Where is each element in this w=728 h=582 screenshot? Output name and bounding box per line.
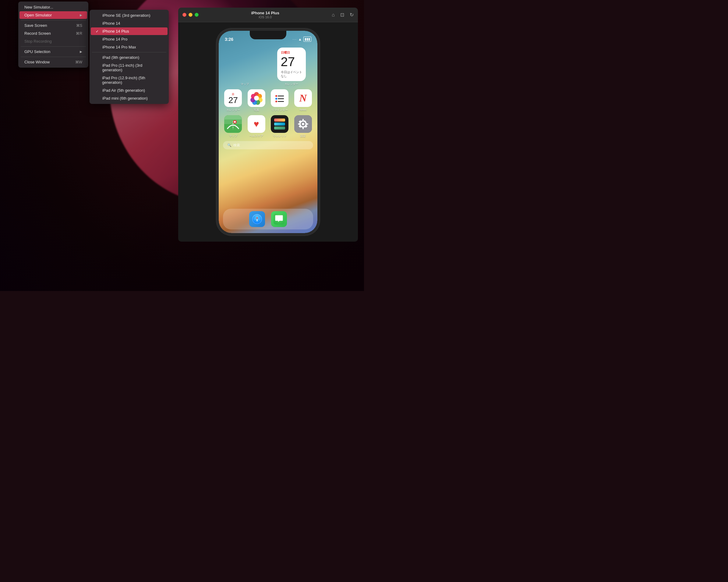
- submenu-arrow-icon: ▶: [80, 14, 82, 17]
- app-health[interactable]: ♥: [248, 115, 265, 133]
- widget-row: マップ 日曜日 27 今日はイベントなし カレンダー: [223, 48, 313, 86]
- app-calendar-label: カレンダー: [226, 108, 240, 112]
- menu-item-close-window[interactable]: Close Window ⌘W: [20, 58, 87, 66]
- app-maps-label: マップ: [229, 134, 237, 138]
- widget-calendar-wrapper: 日曜日 27 今日はイベントなし カレンダー: [269, 48, 313, 86]
- submenu-item-ipad-air[interactable]: iPad Air (5th generation): [91, 86, 167, 94]
- app-wallet[interactable]: [271, 115, 288, 133]
- simulator-actions: ⌂ ⊡ ↻: [332, 12, 354, 18]
- heart-icon: ♥: [254, 119, 259, 129]
- app-maps-wrapper: マップ: [223, 115, 243, 138]
- calendar-date: 27: [281, 55, 302, 68]
- phone-notch: [250, 31, 286, 39]
- safari-icon: [252, 213, 263, 225]
- battery-icon: ▮▮▮: [303, 36, 311, 42]
- submenu-item-iphone-14-pro[interactable]: iPhone 14 Pro: [91, 35, 167, 43]
- app-photos-label: 写真: [254, 108, 259, 112]
- app-news-label: News: [300, 108, 307, 111]
- app-health-wrapper: ♥ ヘルスケア: [246, 115, 267, 138]
- app-news-wrapper: N News: [293, 89, 313, 112]
- messages-icon: [274, 213, 285, 225]
- widget-calendar-label: カレンダー: [285, 82, 298, 86]
- svg-rect-24: [303, 127, 304, 129]
- simulator-title: iPhone 14 Plus iOS 16.0: [202, 11, 328, 19]
- submenu-item-ipad-9[interactable]: iPad (9th generation): [91, 54, 167, 61]
- app-grid-row1: 日 27 カレンダー: [223, 89, 313, 112]
- svg-rect-25: [298, 123, 300, 125]
- signal-dots-icon: ····: [292, 38, 297, 41]
- app-settings-label: 設定: [300, 134, 306, 138]
- dock-messages[interactable]: [271, 211, 287, 227]
- submenu-open-simulator: iPhone SE (3rd generation) iPhone 14 ✓ i…: [89, 10, 169, 104]
- maps-icon: [224, 115, 242, 133]
- app-reminders-wrapper: リマインダー: [269, 89, 290, 112]
- app-calendar-wrapper: 日 27 カレンダー: [223, 89, 243, 112]
- submenu-item-iphone-se[interactable]: iPhone SE (3rd generation): [91, 11, 167, 19]
- menu-separator-3: [21, 57, 86, 57]
- menu-item-open-simulator[interactable]: Open Simulator ▶ iPhone SE (3rd generati…: [20, 11, 87, 19]
- app-photos-wrapper: 写真: [246, 89, 267, 112]
- phone-home: マップ 日曜日 27 今日はイベントなし カレンダー: [219, 45, 317, 233]
- svg-point-13: [275, 101, 277, 102]
- settings-icon: [294, 115, 312, 133]
- widget-calendar[interactable]: 日曜日 27 今日はイベントなし: [277, 48, 306, 81]
- menu-separator-2: [21, 46, 86, 47]
- calendar-event: 今日はイベントなし: [281, 70, 302, 78]
- phone-frame-container: 3:26 ···· ▲ ▮▮▮: [178, 22, 358, 242]
- search-placeholder: 検索: [233, 143, 240, 148]
- submenu-separator: [92, 52, 166, 52]
- dock-safari[interactable]: [249, 211, 265, 227]
- svg-rect-26: [306, 123, 308, 125]
- submenu-item-iphone-14[interactable]: iPhone 14: [91, 20, 167, 27]
- reminders-icon: [272, 91, 287, 105]
- widget-maps-wrapper: マップ: [223, 48, 266, 86]
- app-grid-row2: マップ ♥ ヘルスケア: [223, 115, 313, 138]
- app-photos[interactable]: [248, 89, 265, 107]
- menu-item-new-simulator[interactable]: New Simulator...: [20, 3, 87, 11]
- app-wallet-label: ウォレット: [273, 134, 287, 138]
- app-calendar[interactable]: 日 27: [224, 89, 242, 107]
- menu-item-save-screen[interactable]: Save Screen ⌘S: [20, 22, 87, 29]
- submenu-item-ipad-pro-11[interactable]: iPad Pro (11-inch) (3rd generation): [91, 61, 167, 74]
- home-icon[interactable]: ⌂: [332, 12, 335, 18]
- menu-item-record-screen[interactable]: Record Screen ⌘R: [20, 30, 87, 37]
- app-settings[interactable]: [294, 115, 312, 133]
- app-reminders-label: リマインダー: [271, 108, 288, 112]
- svg-point-7: [254, 96, 259, 101]
- submenu-item-ipad-mini[interactable]: iPad mini (6th generation): [91, 95, 167, 102]
- search-bar[interactable]: 🔍 検索: [223, 141, 313, 149]
- simulator-titlebar: iPhone 14 Plus iOS 16.0 ⌂ ⊡ ↻: [178, 8, 358, 22]
- svg-point-9: [275, 95, 277, 97]
- phone-screen: 3:26 ···· ▲ ▮▮▮: [219, 31, 317, 233]
- minimize-button[interactable]: [188, 13, 192, 17]
- rotate-icon[interactable]: ↻: [350, 12, 354, 18]
- photos-flower-icon: [250, 92, 263, 105]
- screenshot-icon[interactable]: ⊡: [340, 12, 344, 18]
- context-menu: New Simulator... Open Simulator ▶ iPhone…: [18, 2, 88, 68]
- app-reminders[interactable]: [271, 89, 288, 107]
- main-menu: New Simulator... Open Simulator ▶ iPhone…: [18, 2, 88, 68]
- menu-item-stop-recording: Stop Recording: [20, 37, 87, 45]
- submenu-item-iphone-14-pro-max[interactable]: iPhone 14 Pro Max: [91, 43, 167, 51]
- phone-dock: [223, 209, 313, 229]
- simulator-window: iPhone 14 Plus iOS 16.0 ⌂ ⊡ ↻ 3:26 ···: [178, 8, 358, 242]
- gpu-arrow-icon: ▶: [80, 50, 82, 53]
- svg-point-22: [302, 123, 304, 125]
- close-button[interactable]: [182, 13, 186, 17]
- maximize-button[interactable]: [194, 13, 199, 17]
- submenu-item-ipad-pro-12[interactable]: iPad Pro (12.9-inch) (5th generation): [91, 74, 167, 86]
- phone-frame: 3:26 ···· ▲ ▮▮▮: [216, 28, 320, 235]
- svg-rect-17: [224, 115, 242, 120]
- menu-item-gpu-selection[interactable]: GPU Selection ▶: [20, 48, 87, 55]
- search-icon: 🔍: [227, 143, 232, 147]
- app-news[interactable]: N: [294, 89, 312, 107]
- submenu-item-iphone-14-plus[interactable]: ✓ iPhone 14 Plus: [91, 27, 167, 35]
- app-health-label: ヘルスケア: [250, 134, 263, 138]
- app-wallet-wrapper: ウォレット: [269, 115, 290, 138]
- svg-rect-8: [272, 91, 287, 105]
- status-icons: ···· ▲ ▮▮▮: [292, 36, 311, 42]
- calendar-dow: 日曜日: [281, 51, 302, 55]
- app-maps[interactable]: [224, 115, 242, 133]
- app-settings-wrapper: 設定: [293, 115, 313, 138]
- svg-rect-23: [303, 119, 304, 121]
